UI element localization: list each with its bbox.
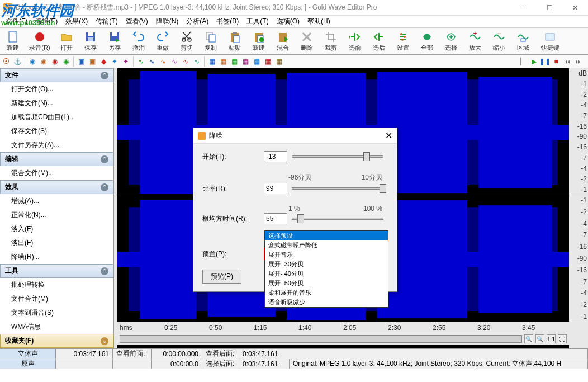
sh-tools[interactable]: 工具⌃ bbox=[0, 264, 113, 278]
menu-edit[interactable]: 编辑(E) bbox=[32, 16, 61, 27]
tb-new[interactable]: 新建 bbox=[1, 29, 25, 54]
si-noise[interactable]: 降噪(R)... bbox=[0, 250, 113, 264]
preset-option[interactable]: 展开音乐 bbox=[265, 250, 388, 260]
si-wma[interactable]: WMA信息 bbox=[0, 320, 113, 334]
tb-undo[interactable]: 撤消 bbox=[127, 29, 150, 54]
preset-option[interactable]: 展开- 40分贝 bbox=[265, 269, 388, 279]
st-w4[interactable]: ∿ bbox=[169, 56, 179, 67]
menu-view[interactable]: 查看(V) bbox=[122, 16, 151, 27]
si-merge[interactable]: 文件合并(M) bbox=[0, 292, 113, 306]
si-normalize[interactable]: 正常化(N)... bbox=[0, 208, 113, 222]
dinput-start[interactable] bbox=[264, 151, 287, 162]
preset-option[interactable]: 语音听吸减少 bbox=[265, 298, 388, 307]
tb-select[interactable]: 选择 bbox=[439, 29, 463, 54]
tb-saveas[interactable]: 另存 bbox=[103, 29, 126, 54]
si-mix[interactable]: 混合文件(M)... bbox=[0, 166, 113, 180]
si-batch[interactable]: 批处理转换 bbox=[0, 278, 113, 292]
menu-bookmark[interactable]: 书签(B) bbox=[213, 16, 242, 27]
st-sp4[interactable]: ▦ bbox=[240, 56, 250, 67]
si-fadeout[interactable]: 淡出(F) bbox=[0, 236, 113, 250]
st-stop[interactable]: ■ bbox=[551, 56, 561, 67]
st-sp3[interactable]: ▦ bbox=[229, 56, 239, 67]
wc-zoomout[interactable]: 🔍 bbox=[535, 334, 544, 343]
sh-quick[interactable]: 快速编辑(Q)⌄ bbox=[0, 348, 113, 348]
preset-option[interactable]: 柔和展开的音乐 bbox=[265, 288, 388, 298]
dslider-start[interactable] bbox=[292, 152, 383, 161]
st-t3[interactable]: ◆ bbox=[98, 56, 108, 67]
dinput-ratio[interactable] bbox=[264, 183, 287, 194]
tb-mix[interactable]: 混合 bbox=[271, 29, 295, 54]
st-fx4[interactable]: ◉ bbox=[61, 56, 71, 67]
sh-file[interactable]: 文件⌃ bbox=[0, 68, 113, 82]
st-fx2[interactable]: ◉ bbox=[39, 56, 49, 67]
st-w3[interactable]: ∿ bbox=[158, 56, 168, 67]
tb-crop[interactable]: 裁剪 bbox=[319, 29, 343, 54]
st-end[interactable]: ⏭ bbox=[573, 56, 584, 67]
st-begin[interactable]: ⏮ bbox=[562, 56, 572, 67]
st-sp5[interactable]: ▦ bbox=[252, 56, 262, 67]
tb-selbefore[interactable]: 选前 bbox=[343, 29, 367, 54]
dslider-ratio[interactable] bbox=[292, 184, 383, 193]
st-fx1[interactable]: ◉ bbox=[27, 56, 37, 67]
sh-effects[interactable]: 效果⌃ bbox=[0, 180, 113, 194]
tb-settings[interactable]: 设置 bbox=[391, 29, 415, 54]
preset-option[interactable]: 盒式磁带噪声降低 bbox=[265, 240, 388, 250]
preview-button[interactable]: 预览(P) bbox=[202, 270, 241, 284]
st-pause[interactable]: ❚❚ bbox=[540, 56, 550, 67]
close-button[interactable]: ✕ bbox=[562, 0, 588, 16]
tb-record[interactable]: 录音(R) bbox=[25, 29, 54, 54]
st-w5[interactable]: ∿ bbox=[181, 56, 191, 67]
tb-zoomregion[interactable]: 区域 bbox=[511, 29, 535, 54]
si-open[interactable]: 打开文件(O)... bbox=[0, 82, 113, 96]
si-saveas[interactable]: 文件另存为(A)... bbox=[0, 138, 113, 152]
preset-option[interactable]: 展开- 30分贝 bbox=[265, 260, 388, 269]
tb-selectall[interactable]: 全部 bbox=[415, 29, 439, 54]
dialog-titlebar[interactable]: 降噪 ✕ bbox=[193, 128, 397, 144]
menu-options[interactable]: 选项(O) bbox=[273, 16, 303, 27]
si-amplify[interactable]: 增减(A)... bbox=[0, 194, 113, 208]
tb-paste[interactable]: 粘贴 bbox=[223, 29, 246, 54]
dinput-rms[interactable] bbox=[264, 213, 287, 224]
sh-fav[interactable]: 收藏夹(F)⌄ bbox=[0, 334, 113, 348]
si-fadein[interactable]: 淡入(F) bbox=[0, 222, 113, 236]
maximize-button[interactable]: ☐ bbox=[537, 0, 562, 16]
st-sp1[interactable]: ▦ bbox=[207, 56, 217, 67]
si-new[interactable]: 新建文件(N)... bbox=[0, 96, 113, 110]
preset-option[interactable]: 展开- 50分贝 bbox=[265, 279, 388, 288]
st-sp7[interactable]: ▦ bbox=[274, 56, 284, 67]
st-sp2[interactable]: ▦ bbox=[218, 56, 228, 67]
st-play[interactable]: ▶ bbox=[529, 56, 539, 67]
menu-transport[interactable]: 传输(T) bbox=[92, 16, 121, 27]
tb-copy[interactable]: 复制 bbox=[199, 29, 222, 54]
tb-shortcuts[interactable]: 快捷键 bbox=[535, 29, 565, 54]
tb-selafter[interactable]: 选后 bbox=[367, 29, 391, 54]
st-anchor[interactable]: ⚓ bbox=[12, 56, 22, 67]
st-t5[interactable]: ✦ bbox=[121, 56, 131, 67]
menu-tools[interactable]: 工具(T) bbox=[243, 16, 272, 27]
wc-zoomin[interactable]: 🔍 bbox=[524, 334, 533, 343]
menu-file[interactable]: 文件(F) bbox=[2, 16, 31, 27]
st-t2[interactable]: ▣ bbox=[87, 56, 97, 67]
preset-option[interactable]: 选择预设 bbox=[265, 231, 388, 240]
sh-edit[interactable]: 编辑⌃ bbox=[0, 152, 113, 166]
tb-save[interactable]: 保存 bbox=[79, 29, 102, 54]
st-fx3[interactable]: ◉ bbox=[50, 56, 60, 67]
wc-zoomfit[interactable]: ⛶ bbox=[558, 334, 567, 343]
st-t4[interactable]: ✦ bbox=[110, 56, 120, 67]
minimize-button[interactable]: — bbox=[511, 0, 537, 16]
si-tts[interactable]: 文本到语音(S) bbox=[0, 306, 113, 320]
tb-pastenew[interactable]: 新建 bbox=[247, 29, 271, 54]
st-w1[interactable]: ∿ bbox=[136, 56, 146, 67]
menu-effects[interactable]: 效果(X) bbox=[62, 16, 91, 27]
st-w6[interactable]: ∿ bbox=[192, 56, 202, 67]
menu-help[interactable]: 帮助(H) bbox=[304, 16, 334, 27]
tb-zoomin[interactable]: +放大 bbox=[463, 29, 487, 54]
st-sp6[interactable]: ▦ bbox=[263, 56, 273, 67]
si-loadcd[interactable]: 加载音频CD曲目(L)... bbox=[0, 110, 113, 124]
dslider-rms[interactable] bbox=[292, 214, 383, 223]
st-locate[interactable]: ⦿ bbox=[1, 56, 11, 67]
st-t1[interactable]: ▣ bbox=[76, 56, 86, 67]
st-w2[interactable]: ∿ bbox=[147, 56, 157, 67]
tb-delete[interactable]: 删除 bbox=[295, 29, 319, 54]
menu-noise[interactable]: 降噪(N) bbox=[153, 16, 182, 27]
